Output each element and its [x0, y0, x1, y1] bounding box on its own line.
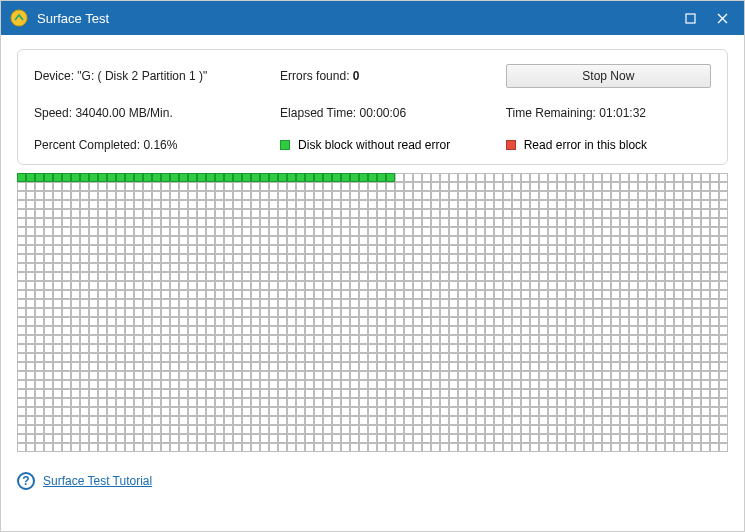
block-empty [26, 434, 35, 443]
help-icon[interactable]: ? [17, 472, 35, 490]
block-empty [629, 416, 638, 425]
block-empty [224, 290, 233, 299]
block-empty [341, 191, 350, 200]
block-empty [323, 443, 332, 452]
block-ok [251, 173, 260, 182]
block-empty [296, 371, 305, 380]
block-empty [611, 425, 620, 434]
block-empty [575, 182, 584, 191]
block-empty [152, 245, 161, 254]
grid-row [17, 362, 728, 371]
block-empty [359, 209, 368, 218]
block-empty [395, 182, 404, 191]
block-empty [422, 209, 431, 218]
block-empty [404, 272, 413, 281]
block-empty [215, 290, 224, 299]
block-empty [323, 308, 332, 317]
stop-button[interactable]: Stop Now [506, 64, 711, 88]
block-empty [71, 245, 80, 254]
grid-row [17, 389, 728, 398]
block-empty [584, 290, 593, 299]
block-empty [557, 416, 566, 425]
block-empty [665, 173, 674, 182]
block-empty [134, 371, 143, 380]
block-empty [512, 299, 521, 308]
block-empty [665, 263, 674, 272]
block-empty [287, 326, 296, 335]
block-empty [269, 326, 278, 335]
block-empty [719, 326, 728, 335]
block-empty [494, 173, 503, 182]
block-empty [377, 443, 386, 452]
block-empty [98, 245, 107, 254]
block-empty [584, 353, 593, 362]
block-empty [701, 380, 710, 389]
block-empty [98, 389, 107, 398]
block-empty [107, 434, 116, 443]
block-empty [431, 416, 440, 425]
block-empty [611, 272, 620, 281]
block-empty [431, 209, 440, 218]
block-empty [71, 272, 80, 281]
block-empty [665, 326, 674, 335]
block-empty [368, 272, 377, 281]
block-empty [422, 173, 431, 182]
block-empty [467, 389, 476, 398]
errors-field: Errors found: 0 [280, 69, 496, 83]
block-empty [179, 272, 188, 281]
block-empty [674, 371, 683, 380]
block-empty [620, 218, 629, 227]
block-empty [674, 344, 683, 353]
block-empty [368, 335, 377, 344]
maximize-button[interactable] [676, 7, 704, 29]
block-empty [260, 191, 269, 200]
block-empty [89, 236, 98, 245]
block-empty [584, 254, 593, 263]
close-button[interactable] [708, 7, 736, 29]
block-empty [530, 416, 539, 425]
block-empty [386, 380, 395, 389]
block-empty [89, 254, 98, 263]
block-empty [170, 443, 179, 452]
block-empty [404, 362, 413, 371]
block-empty [584, 434, 593, 443]
block-empty [134, 389, 143, 398]
legend-ok-text: Disk block without read error [298, 138, 450, 152]
block-empty [332, 263, 341, 272]
block-empty [53, 299, 62, 308]
block-empty [35, 245, 44, 254]
block-empty [197, 389, 206, 398]
block-empty [575, 173, 584, 182]
block-empty [422, 353, 431, 362]
block-empty [674, 398, 683, 407]
block-empty [458, 236, 467, 245]
block-empty [296, 236, 305, 245]
block-empty [683, 254, 692, 263]
block-empty [440, 317, 449, 326]
block-empty [395, 443, 404, 452]
block-empty [341, 389, 350, 398]
block-ok [314, 173, 323, 182]
block-empty [692, 416, 701, 425]
block-empty [278, 236, 287, 245]
block-empty [152, 218, 161, 227]
block-empty [188, 200, 197, 209]
block-empty [692, 326, 701, 335]
block-empty [80, 398, 89, 407]
block-empty [350, 389, 359, 398]
block-empty [323, 416, 332, 425]
block-empty [305, 380, 314, 389]
block-empty [215, 443, 224, 452]
block-empty [611, 191, 620, 200]
tutorial-link[interactable]: Surface Test Tutorial [43, 474, 152, 488]
block-empty [647, 182, 656, 191]
grid-row [17, 308, 728, 317]
block-empty [395, 218, 404, 227]
block-empty [584, 245, 593, 254]
block-empty [278, 371, 287, 380]
block-empty [566, 218, 575, 227]
block-empty [665, 299, 674, 308]
block-empty [35, 227, 44, 236]
block-empty [431, 398, 440, 407]
block-empty [539, 371, 548, 380]
